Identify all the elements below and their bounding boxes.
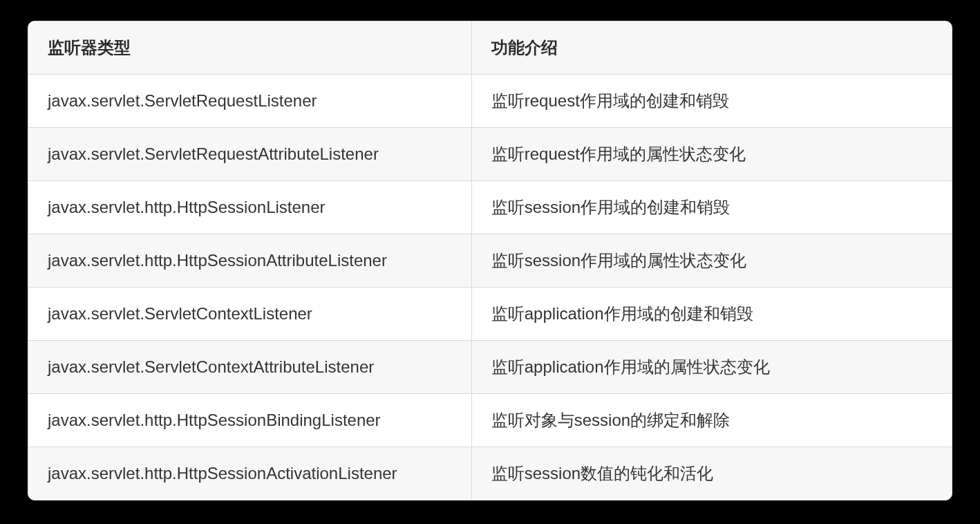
cell-listener-type: javax.servlet.http.HttpSessionListener bbox=[28, 181, 471, 234]
cell-listener-desc: 监听request作用域的创建和销毁 bbox=[471, 75, 952, 128]
table-row: javax.servlet.http.HttpSessionBindingLis… bbox=[28, 394, 952, 447]
header-listener-type: 监听器类型 bbox=[28, 21, 471, 75]
cell-listener-desc: 监听session作用域的创建和销毁 bbox=[471, 181, 952, 234]
cell-listener-type: javax.servlet.http.HttpSessionAttributeL… bbox=[28, 234, 471, 288]
listener-table-container: 监听器类型 功能介绍 javax.servlet.ServletRequestL… bbox=[28, 21, 952, 500]
cell-listener-desc: 监听application作用域的属性状态变化 bbox=[471, 341, 952, 394]
cell-listener-type: javax.servlet.http.HttpSessionBindingLis… bbox=[28, 394, 471, 447]
table-row: javax.servlet.http.HttpSessionActivation… bbox=[28, 447, 952, 500]
cell-listener-desc: 监听session数值的钝化和活化 bbox=[471, 447, 952, 500]
cell-listener-type: javax.servlet.ServletRequestListener bbox=[28, 75, 471, 128]
table-header-row: 监听器类型 功能介绍 bbox=[28, 21, 952, 75]
table-row: javax.servlet.ServletRequestAttributeLis… bbox=[28, 128, 952, 181]
cell-listener-desc: 监听session作用域的属性状态变化 bbox=[471, 234, 952, 288]
cell-listener-desc: 监听对象与session的绑定和解除 bbox=[471, 394, 952, 447]
cell-listener-type: javax.servlet.ServletContextAttributeLis… bbox=[28, 341, 471, 394]
cell-listener-desc: 监听application作用域的创建和销毁 bbox=[471, 288, 952, 341]
cell-listener-desc: 监听request作用域的属性状态变化 bbox=[471, 128, 952, 181]
header-listener-desc: 功能介绍 bbox=[471, 21, 952, 75]
table-row: javax.servlet.http.HttpSessionListener 监… bbox=[28, 181, 952, 234]
table-row: javax.servlet.ServletRequestListener 监听r… bbox=[28, 75, 952, 128]
table-row: javax.servlet.ServletContextAttributeLis… bbox=[28, 341, 952, 394]
cell-listener-type: javax.servlet.http.HttpSessionActivation… bbox=[28, 447, 471, 500]
table-row: javax.servlet.http.HttpSessionAttributeL… bbox=[28, 234, 952, 288]
cell-listener-type: javax.servlet.ServletRequestAttributeLis… bbox=[28, 128, 471, 181]
cell-listener-type: javax.servlet.ServletContextListener bbox=[28, 288, 471, 341]
listener-table: 监听器类型 功能介绍 javax.servlet.ServletRequestL… bbox=[28, 21, 952, 500]
table-row: javax.servlet.ServletContextListener 监听a… bbox=[28, 288, 952, 341]
